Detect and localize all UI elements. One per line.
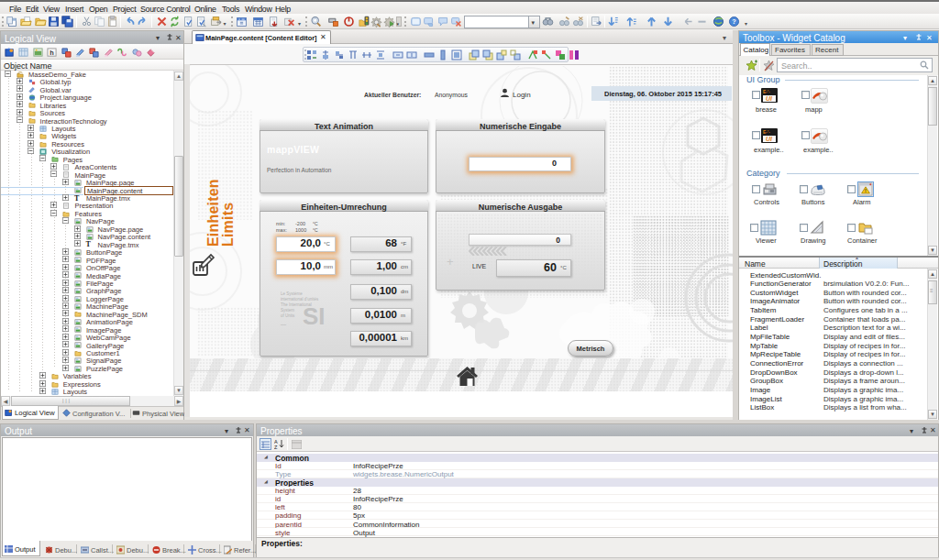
svg-text:Z: Z (274, 445, 278, 449)
svg-text:!: ! (865, 188, 867, 193)
svg-text:h: h (50, 49, 54, 57)
svg-text:?: ? (732, 17, 736, 26)
